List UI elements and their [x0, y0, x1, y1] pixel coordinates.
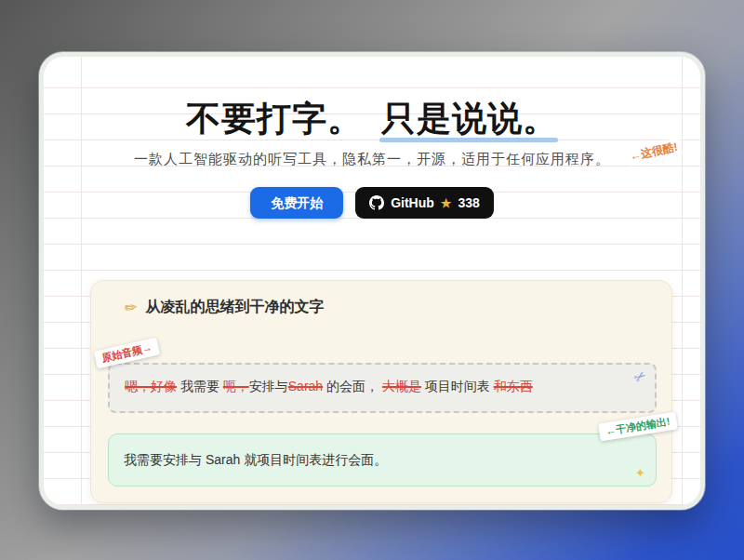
- kept-word: 项目时间表: [421, 379, 494, 393]
- filler-word: 呃，: [223, 379, 249, 393]
- page-title-part2: 只是说说。: [381, 100, 558, 138]
- raw-transcript-box: ✂ 嗯，好像 我需要 呃，安排与Sarah 的会面， 大概是 项目时间表 和东西: [108, 363, 657, 413]
- page-subtitle: 一款人工智能驱动的听写工具，隐私第一，开源，适用于任何应用程序。: [44, 151, 700, 168]
- star-icon: ★: [441, 197, 452, 209]
- sparkle-icon: ✦: [635, 466, 645, 480]
- filler-word: 大概是: [382, 379, 421, 393]
- clean-output-text: 我需要安排与 Sarah 就项目时间表进行会面。: [109, 434, 656, 487]
- get-started-button[interactable]: 免费开始: [250, 187, 343, 219]
- kept-word: 我需要: [177, 379, 223, 393]
- kept-word: 的会面，: [323, 379, 382, 393]
- demo-panel: ✏ 从凌乱的思绪到干净的文字 原始音频→ ✂ 嗯，好像 我需要 呃，安排与Sar…: [90, 280, 672, 503]
- page-title-part1: 不要打字。: [186, 100, 363, 138]
- filler-word: 和东西: [494, 379, 533, 393]
- cta-row: 免费开始 GitHub ★ 338: [44, 187, 700, 219]
- github-label: GitHub: [391, 196, 434, 209]
- get-started-label: 免费开始: [271, 196, 323, 209]
- demo-panel-title: 从凌乱的思绪到干净的文字: [145, 298, 324, 317]
- demo-panel-header: ✏ 从凌乱的思绪到干净的文字: [125, 298, 324, 317]
- kept-word: 安排与: [249, 379, 288, 393]
- filler-word: 嗯，好像: [125, 379, 177, 393]
- raw-transcript-text: 嗯，好像 我需要 呃，安排与Sarah 的会面， 大概是 项目时间表 和东西: [110, 365, 655, 409]
- page-title: 不要打字。只是说说。: [44, 96, 700, 142]
- clean-output-box: 我需要安排与 Sarah 就项目时间表进行会面。 ✦: [108, 433, 657, 487]
- github-button[interactable]: GitHub ★ 338: [355, 187, 494, 219]
- filler-word: Sarah: [288, 379, 323, 393]
- landing-card: 不要打字。只是说说。 一款人工智能驱动的听写工具，隐私第一，开源，适用于任何应用…: [39, 52, 705, 510]
- pencil-icon: ✏: [124, 298, 139, 317]
- github-star-count: 338: [458, 196, 479, 209]
- github-icon: [369, 195, 384, 210]
